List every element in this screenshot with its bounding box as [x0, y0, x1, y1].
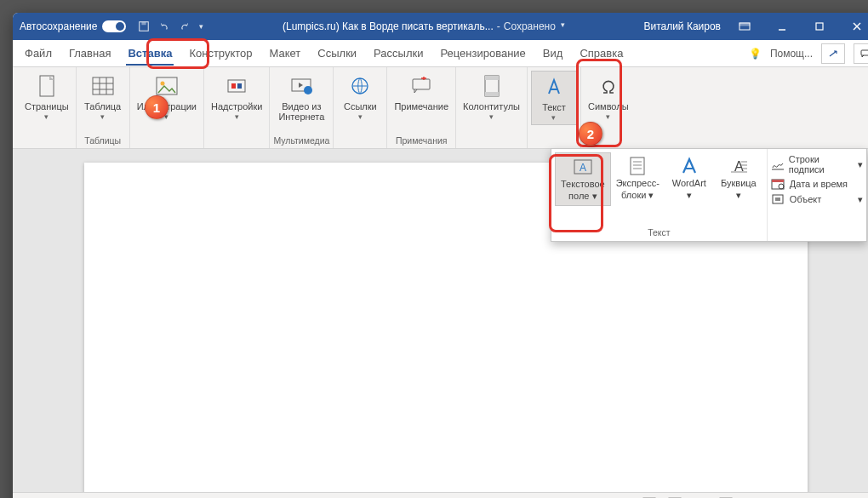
tab-review[interactable]: Рецензирование — [431, 40, 534, 67]
svg-rect-27 — [485, 76, 499, 80]
quick-access-toolbar: ▾ — [138, 20, 203, 32]
comment-icon — [408, 72, 435, 100]
object-button[interactable]: Объект▾ — [771, 193, 863, 205]
signature-line-button[interactable]: Строки подписи▾ — [771, 154, 863, 175]
svg-rect-1 — [142, 22, 146, 26]
svg-rect-28 — [485, 92, 499, 96]
tab-layout[interactable]: Макет — [261, 40, 310, 67]
toggle-switch-icon — [102, 20, 126, 32]
ribbon-insert: Страницы▾ Таблица▾ Таблицы Иллюстрации▾ — [13, 67, 868, 149]
undo-icon[interactable] — [158, 20, 170, 32]
tab-references[interactable]: Ссылки — [309, 40, 365, 67]
print-layout-icon[interactable] — [692, 495, 709, 499]
ribbon-display-icon[interactable] — [728, 14, 762, 38]
step-marker: 2 — [579, 122, 602, 146]
ribbon-tabs: Файл Главная Вставка Конструктор Макет С… — [13, 40, 868, 67]
page-icon — [33, 72, 60, 100]
svg-point-16 — [160, 82, 164, 86]
tell-me[interactable]: Помощ... — [770, 48, 813, 60]
tab-home[interactable]: Главная — [60, 40, 119, 67]
date-time-button[interactable]: Дата и время — [771, 178, 863, 190]
headers-button[interactable]: Колонтитулы▾ — [460, 71, 523, 123]
qat-dropdown-icon[interactable]: ▾ — [199, 22, 203, 31]
tab-file[interactable]: Файл — [16, 40, 60, 67]
tab-insert[interactable]: Вставка — [119, 40, 180, 67]
step-marker: 1 — [145, 95, 168, 119]
close-icon[interactable] — [840, 14, 868, 38]
document-title: (Lumpics.ru) Как в Ворде писать вертикал… — [203, 20, 643, 32]
calendar-icon — [771, 178, 785, 190]
tab-help[interactable]: Справка — [571, 40, 631, 67]
header-footer-icon — [478, 72, 505, 100]
online-video-button[interactable]: Видео изИнтернета — [275, 71, 328, 123]
pages-button[interactable]: Страницы▾ — [21, 71, 72, 123]
tab-mailings[interactable]: Рассылки — [365, 40, 431, 67]
quickparts-icon — [625, 156, 650, 176]
table-button[interactable]: Таблица▾ — [80, 71, 126, 123]
titlebar: Автосохранение ▾ (Lumpics.ru) Как в Ворд… — [13, 13, 868, 40]
minimize-icon[interactable] — [765, 14, 799, 38]
text-icon — [540, 73, 568, 100]
addins-button[interactable]: Надстройки▾ — [208, 71, 266, 123]
addins-icon — [223, 72, 250, 100]
quickparts-button[interactable]: Экспресс- блоки ▾ — [611, 152, 665, 206]
signature-icon — [771, 158, 784, 170]
textbox-icon: A — [570, 157, 596, 177]
svg-rect-3 — [740, 23, 750, 26]
svg-point-43 — [779, 184, 784, 189]
read-mode-icon[interactable] — [666, 495, 683, 499]
web-layout-icon[interactable] — [717, 495, 734, 499]
svg-rect-10 — [93, 77, 113, 94]
video-icon — [288, 72, 315, 100]
text-gallery-popup: A Текстовое поле ▾ Экспресс- блоки ▾ Wor… — [551, 148, 867, 242]
object-icon — [771, 193, 785, 205]
links-button[interactable]: Ссылки▾ — [337, 71, 383, 123]
svg-rect-18 — [231, 83, 236, 89]
save-icon[interactable] — [138, 20, 150, 32]
textbox-button[interactable]: A Текстовое поле ▾ — [555, 152, 611, 206]
svg-text:A: A — [580, 162, 586, 174]
dropcap-icon: A — [726, 156, 751, 176]
comments-button[interactable] — [854, 43, 868, 64]
comment-button[interactable]: Примечание — [391, 71, 452, 113]
omega-icon — [595, 72, 622, 100]
tab-view[interactable]: Вид — [534, 40, 572, 67]
maximize-icon[interactable] — [802, 14, 837, 38]
symbols-button[interactable]: Символы▾ — [585, 71, 632, 123]
link-icon — [346, 72, 374, 100]
dropcap-button[interactable]: A Буквица ▾ — [714, 152, 763, 206]
svg-rect-8 — [861, 50, 868, 55]
wordart-button[interactable]: WordArt ▾ — [665, 152, 714, 206]
focus-mode-icon[interactable] — [641, 495, 658, 499]
autosave-toggle[interactable]: Автосохранение — [20, 20, 126, 32]
svg-rect-42 — [772, 180, 784, 182]
table-icon — [89, 72, 117, 100]
tab-design[interactable]: Конструктор — [180, 40, 260, 67]
text-button[interactable]: Текст▾ — [531, 71, 577, 125]
redo-icon[interactable] — [179, 20, 191, 32]
lightbulb-icon: 💡 — [749, 48, 762, 60]
svg-rect-5 — [816, 23, 823, 30]
status-bar: Страница 1 из 1 Число слов: 0 английский… — [13, 492, 868, 498]
user-name[interactable]: Виталий Каиров — [643, 20, 721, 32]
illustrations-button[interactable]: Иллюстрации▾ — [134, 71, 200, 123]
svg-point-21 — [304, 86, 312, 94]
word-window: Автосохранение ▾ (Lumpics.ru) Как в Ворд… — [13, 13, 868, 498]
svg-rect-23 — [413, 79, 430, 89]
share-button[interactable] — [821, 43, 845, 64]
svg-rect-31 — [631, 157, 644, 175]
svg-rect-17 — [228, 80, 245, 92]
svg-rect-19 — [237, 83, 242, 89]
svg-rect-45 — [775, 197, 780, 201]
wordart-icon — [677, 156, 702, 176]
autosave-label: Автосохранение — [20, 20, 97, 32]
